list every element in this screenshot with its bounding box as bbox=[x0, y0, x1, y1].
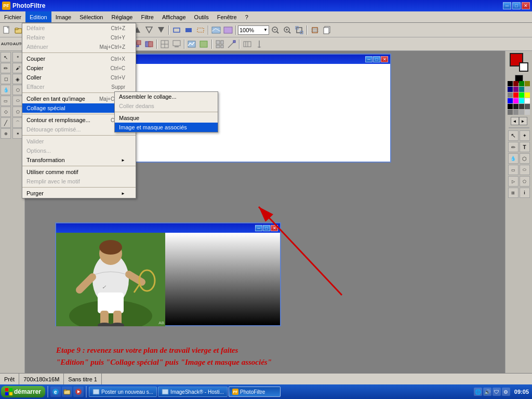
taskbar-btn-imageshack[interactable]: ImageShack® - Hosti... bbox=[158, 387, 228, 397]
menu-outils[interactable]: Outils bbox=[190, 11, 213, 22]
menu-attenuer[interactable]: Atténuer Maj+Ctrl+Z bbox=[22, 42, 136, 51]
tool-pen[interactable]: ✏ bbox=[1, 63, 11, 73]
tool-rubber[interactable]: ⬡ bbox=[12, 85, 23, 95]
tool-ellipse-sel[interactable]: ⬭ bbox=[12, 96, 23, 106]
menu-copier[interactable]: Copier Ctrl+C bbox=[22, 63, 136, 73]
start-button[interactable]: démarrer bbox=[1, 386, 45, 397]
rt-rect-o[interactable]: ▭ bbox=[508, 165, 518, 175]
menu-coller[interactable]: Coller Ctrl+V bbox=[22, 73, 136, 82]
tb2-n[interactable] bbox=[198, 38, 210, 50]
tool-diamond[interactable]: ◇ bbox=[1, 107, 11, 117]
rt-tri[interactable]: ▷ bbox=[508, 176, 518, 187]
zoom-in[interactable] bbox=[282, 24, 293, 36]
photo-maximize[interactable]: □ bbox=[263, 225, 270, 231]
background-color[interactable] bbox=[519, 62, 528, 72]
palette-color[interactable] bbox=[525, 87, 530, 92]
tb2-k[interactable] bbox=[159, 38, 170, 50]
menu-transformation[interactable]: Transformation ► bbox=[22, 155, 136, 165]
palette-color[interactable] bbox=[513, 92, 518, 98]
palette-color[interactable] bbox=[508, 92, 513, 98]
palette-color[interactable] bbox=[525, 92, 530, 98]
palette-color[interactable] bbox=[508, 87, 513, 92]
tool-stamp[interactable]: ⊕ bbox=[1, 128, 11, 139]
tool-poly[interactable]: ⬠ bbox=[12, 107, 23, 117]
menu-remplir-motif[interactable]: Remplir avec le motif bbox=[22, 177, 136, 186]
palette-color[interactable] bbox=[519, 110, 524, 115]
menu-selection[interactable]: Sélection bbox=[75, 11, 107, 22]
submenu-assembler[interactable]: Assembler le collage... bbox=[115, 92, 218, 101]
tool-eyedrop[interactable]: 💧 bbox=[1, 85, 11, 95]
taskbar-btn-poster[interactable]: Poster un nouveau s... bbox=[89, 387, 157, 397]
tb-rect1[interactable] bbox=[171, 24, 182, 36]
tool-lasso[interactable]: ⌖ bbox=[12, 52, 23, 62]
palette-color[interactable] bbox=[519, 87, 524, 92]
tool-star[interactable]: ✶ bbox=[12, 128, 23, 139]
palette-color[interactable] bbox=[508, 81, 513, 86]
tool-curve[interactable]: ⌒ bbox=[12, 117, 23, 128]
photo-close[interactable]: ✕ bbox=[271, 225, 278, 231]
tray-antivirus[interactable]: 🛡 bbox=[493, 388, 501, 396]
menu-edition[interactable]: Edition bbox=[25, 11, 51, 22]
tb2-auto1[interactable]: AUTO bbox=[1, 38, 12, 50]
close-button[interactable]: ✕ bbox=[522, 2, 530, 9]
palette-color[interactable] bbox=[519, 104, 524, 109]
maximize-button[interactable]: □ bbox=[512, 2, 521, 9]
palette-color[interactable] bbox=[513, 87, 518, 92]
menu-purger[interactable]: Purger ► bbox=[22, 189, 136, 198]
palette-color[interactable] bbox=[508, 104, 513, 109]
palette-color[interactable] bbox=[513, 104, 518, 109]
palette-color[interactable] bbox=[519, 98, 524, 103]
tb-rect3[interactable] bbox=[195, 24, 206, 36]
ql-folder[interactable] bbox=[62, 387, 72, 397]
tool-eraser[interactable]: ◻ bbox=[1, 74, 11, 84]
ql-ie[interactable]: e bbox=[50, 387, 61, 397]
menu-utiliser-motif[interactable]: Utiliser comme motif bbox=[22, 167, 136, 177]
tb2-p[interactable] bbox=[226, 38, 237, 50]
tray-volume[interactable]: 🔊 bbox=[483, 388, 491, 396]
menu-fichier[interactable]: Fichier bbox=[0, 11, 25, 22]
rt-pen2[interactable]: ✏ bbox=[508, 142, 518, 152]
submenu-coller-dedans[interactable]: Coller dedans bbox=[115, 101, 218, 111]
palette-color[interactable] bbox=[513, 110, 518, 115]
tool-fill[interactable]: ◈ bbox=[12, 74, 23, 84]
tool-brush[interactable]: 🖌 bbox=[12, 63, 23, 73]
menu-refaire[interactable]: Refaire Ctrl+Y bbox=[22, 33, 136, 42]
tool-rect-sel[interactable]: ▭ bbox=[1, 96, 11, 106]
palette-next[interactable]: ► bbox=[519, 117, 527, 125]
doc-maximize[interactable]: □ bbox=[373, 56, 380, 62]
menu-valider[interactable]: Valider bbox=[22, 137, 136, 146]
palette-color[interactable] bbox=[525, 98, 530, 103]
menu-affichage[interactable]: Affichage bbox=[158, 11, 190, 22]
tb-h[interactable] bbox=[155, 24, 167, 36]
tb2-j[interactable] bbox=[143, 38, 155, 50]
photo-minimize[interactable]: ─ bbox=[255, 225, 262, 231]
menu-help[interactable]: ? bbox=[241, 11, 252, 22]
tb2-m[interactable] bbox=[187, 38, 198, 50]
submenu-image-masque[interactable]: Image et masque associés bbox=[115, 123, 218, 132]
minimize-button[interactable]: ─ bbox=[503, 2, 511, 9]
palette-color[interactable] bbox=[513, 81, 518, 86]
tb2-o[interactable] bbox=[214, 38, 225, 50]
menu-effacer[interactable]: Effacer Suppr bbox=[22, 82, 136, 91]
menu-filtre[interactable]: Filtre bbox=[137, 11, 157, 22]
palette-color[interactable] bbox=[525, 104, 530, 109]
zoom-input[interactable]: 100% ▼ bbox=[238, 25, 269, 35]
crop-btn[interactable] bbox=[309, 24, 321, 36]
doc-close[interactable]: ✕ bbox=[381, 56, 388, 62]
menu-defaire[interactable]: Défaire Ctrl+Z bbox=[22, 23, 136, 33]
palette-color[interactable] bbox=[525, 81, 530, 86]
tb2-q[interactable] bbox=[242, 38, 253, 50]
menu-image[interactable]: Image bbox=[51, 11, 76, 22]
menu-reglage[interactable]: Réglage bbox=[108, 11, 137, 22]
menu-couper[interactable]: Couper Ctrl+X bbox=[22, 54, 136, 63]
rt-poly2[interactable]: ⬠ bbox=[520, 176, 530, 187]
menu-fenetre[interactable]: Fenêtre bbox=[213, 11, 241, 22]
palette-color[interactable] bbox=[513, 98, 518, 103]
rt-grid[interactable]: ⊞ bbox=[508, 188, 518, 198]
copy-btn[interactable] bbox=[321, 24, 332, 36]
tb-img2[interactable] bbox=[222, 24, 234, 36]
rt-select[interactable]: ↖ bbox=[508, 130, 518, 141]
tb-img1[interactable] bbox=[210, 24, 222, 36]
submenu-masque[interactable]: Masque bbox=[115, 113, 218, 123]
tray-network[interactable]: 🌐 bbox=[474, 388, 482, 396]
